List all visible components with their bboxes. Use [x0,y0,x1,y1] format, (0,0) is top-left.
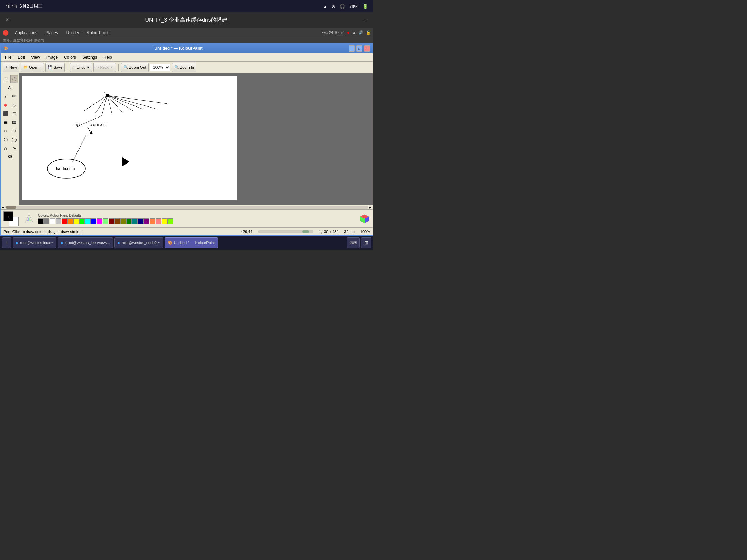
window-more-btn[interactable]: ··· [363,17,368,23]
swatch-yellow2[interactable] [162,218,167,224]
tool-row-4: ◆ ◇ [1,101,18,109]
flood-fill-tool[interactable]: ⬛ [1,109,10,118]
kp-canvas[interactable]: .net .com .cn baidu.com [22,76,237,200]
color-palette-container: Colors: KolourPaint Defaults [38,214,173,224]
swatch-red[interactable] [62,218,67,224]
scroll-indicator [258,230,313,233]
zoom-level: 100% [360,230,370,234]
taskbar-terminal-2[interactable]: ▶ {root@westos_lee:/var/w... [58,237,113,248]
kp-menu-image[interactable]: Image [44,54,61,60]
swatch-white[interactable] [50,218,55,224]
window-close-btn[interactable]: × [6,17,9,24]
swap-colors-icon[interactable]: ↻ [8,215,11,220]
kp-minimize-btn[interactable]: _ [349,45,355,52]
swatch-teal[interactable] [132,218,138,224]
kp-restore-btn[interactable]: □ [356,45,362,52]
app-menu-bar: 🔴 Applications Places Untitled — KolourP… [0,28,374,38]
scroll-track[interactable] [5,206,368,209]
undo-icon: ↩ [72,65,75,69]
taskbar-terminal-3[interactable]: ▶ root@westos_node2:~ [114,237,163,248]
kp-menu-settings[interactable]: Settings [80,54,100,60]
zoom-select[interactable]: 100% 50% 200% 400% [150,64,170,71]
new-button[interactable]: ✦ New [3,63,19,72]
zoom-in-button[interactable]: 🔍 Zoom In [172,63,196,72]
swatch-blue[interactable] [91,218,96,224]
scroll-thumb[interactable] [6,206,16,209]
pencil-tool[interactable]: / [1,92,10,100]
swatch-black[interactable] [38,218,44,224]
kp-menu-edit[interactable]: Edit [15,54,28,60]
menu-applications[interactable]: Applications [11,30,41,36]
undo-dropdown-icon[interactable]: ▼ [86,66,90,69]
taskbar-show-desktop[interactable]: ⊞ [2,237,11,248]
kp-menu-view[interactable]: View [28,54,43,60]
swatch-orange[interactable] [67,218,73,224]
swatch-light-gray[interactable] [56,218,61,224]
swatch-brown[interactable] [114,218,120,224]
swatch-green[interactable] [79,218,85,224]
taskbar-grid[interactable]: ⊞ [361,237,371,248]
swatch-yellow-green[interactable] [167,218,173,224]
toolbar-sep-2 [118,64,119,71]
window-title-bar: × UNIT7_3.企业高速缓存dns的搭建 ··· [0,12,374,28]
rect-select-tool2[interactable]: ▣ [1,118,10,126]
taskbar-keyboard[interactable]: ⌨ [347,237,360,248]
redo-dropdown-icon[interactable]: ▼ [110,66,113,69]
kp-menu-file[interactable]: File [2,54,14,60]
tool-row-8: ⬡ ◯ [1,135,18,143]
swatch-cyan[interactable] [85,218,91,224]
kp-close-btn[interactable]: × [364,45,370,52]
toolbar-sep-1 [67,64,67,71]
circle-tool[interactable]: ◯ [10,135,18,143]
scroll-left-btn[interactable]: ◀ [2,206,4,209]
swatch-olive[interactable] [120,218,126,224]
curve1-tool[interactable]: /\ [1,144,10,152]
scroll-indicator-thumb [302,230,309,233]
eraser-tool[interactable]: ◻ [10,109,18,118]
swatch-dark-gray[interactable] [44,218,49,224]
kp-menu-colors[interactable]: Colors [61,54,79,60]
redo-button[interactable]: ↪ Redo ▼ [93,63,116,72]
color-picker-tool[interactable]: ◆ [1,101,10,109]
kp-menu-help[interactable]: Help [101,54,115,60]
ai-text-tool[interactable]: AI [6,83,14,92]
swatch-light-green[interactable] [103,218,108,224]
kp-toolbar: ✦ New 📂 Open... 💾 Save ↩ Undo ▼ ↪ Redo ▼… [1,62,373,73]
swatch-light-red[interactable] [156,218,161,224]
fill-tool2[interactable]: ▦ [10,118,18,126]
kp-menu-bar: File Edit View Image Colors Settings Hel… [1,53,373,62]
swatch-peach[interactable] [150,218,155,224]
svg-marker-1 [27,217,29,221]
brush-tool[interactable]: ✏ [10,92,18,100]
color-prism [24,214,34,224]
kp-canvas-area[interactable]: .net .com .cn baidu.com [19,73,373,205]
zoom-out-icon: 🔍 [123,65,128,69]
baidu-label: baidu.com [56,166,75,171]
rect-tool[interactable]: □ [10,127,18,135]
select-rect-tool[interactable]: ⬚ [1,75,10,83]
color-picker-bg-tool[interactable]: ◇ [10,101,18,109]
save-button[interactable]: 💾 Save [45,63,65,72]
polygon-tool[interactable]: ⬡ [1,135,10,143]
undo-button[interactable]: ↩ Undo ▼ [70,63,92,72]
open-button[interactable]: 📂 Open... [21,63,44,72]
swatch-dark-red[interactable] [109,218,114,224]
curve2-tool[interactable]: ∿ [10,144,18,152]
branch-6 [107,95,133,111]
menu-places[interactable]: Places [42,30,62,36]
swatch-yellow[interactable] [73,218,79,224]
stamp-tool[interactable]: 🖼 [6,152,14,161]
scroll-right-btn[interactable]: ▶ [369,206,371,209]
swatch-magenta[interactable] [97,218,102,224]
select-free-tool[interactable]: ◌ [10,75,18,83]
taskbar-terminal-1[interactable]: ▶ root@westoslinux:~ [13,237,56,248]
swatch-navy[interactable] [138,218,144,224]
taskbar-kp[interactable]: 🎨 Untitled * — KolourPaint [165,237,218,248]
status-date: 6月2日周三 [20,3,43,9]
menu-untitled-kp[interactable]: Untitled — KolourPaint [63,30,112,36]
ellipse-tool[interactable]: ○ [1,127,10,135]
swatch-dark-green[interactable] [126,218,132,224]
kp-scrollbar[interactable]: ◀ ▶ [1,205,373,209]
zoom-out-button[interactable]: 🔍 Zoom Out [121,63,149,72]
swatch-purple[interactable] [144,218,149,224]
